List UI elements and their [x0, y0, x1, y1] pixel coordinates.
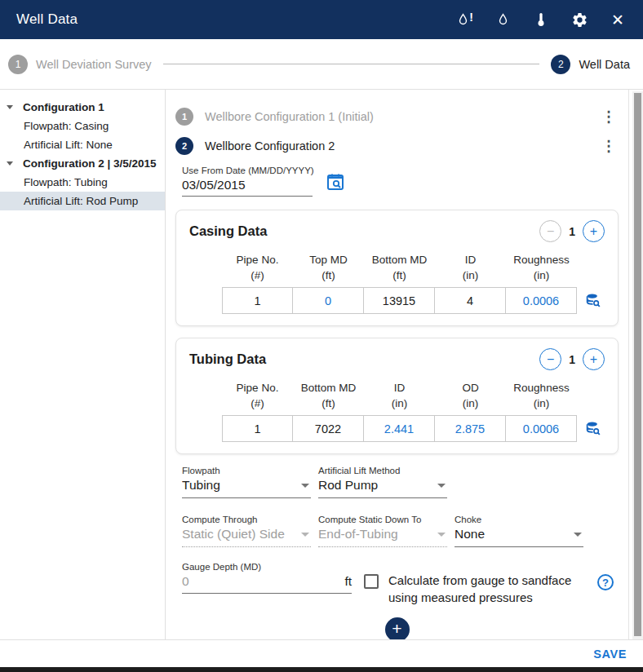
artificial-lift-method-select[interactable]: Artificial Lift Method Rod Pump [318, 466, 447, 498]
tree-item-artificial-lift-rod-pump[interactable]: Artificial Lift: Rod Pump [0, 192, 165, 210]
chevron-down-icon [301, 484, 309, 488]
wellbore-configuration-2-row[interactable]: 2 Wellbore Configuration 2 ⋮ [175, 131, 619, 161]
add-configuration-button[interactable]: + [385, 617, 410, 639]
tree-item-label: Flowpath: Tubing [24, 176, 108, 188]
step-1-label: Well Deviation Survey [36, 58, 152, 71]
pipe-no-cell[interactable]: 1 [222, 287, 293, 314]
casing-table: Pipe No.(#) Top MD(ft) Bottom MD(ft) ID(… [222, 252, 605, 314]
tubing-data-title: Tubing Data [189, 351, 266, 367]
tree-item-configuration-1[interactable]: Configuration 1 [0, 98, 165, 117]
add-tubing-row-button[interactable]: + [583, 348, 605, 370]
database-search-icon[interactable] [585, 420, 602, 437]
add-casing-row-button[interactable]: + [583, 220, 605, 242]
casing-data-title: Casing Data [189, 223, 267, 239]
wellbore-configuration-1-row[interactable]: 1 Wellbore Configuration 1 (Initial) ⋮ [175, 102, 619, 131]
casing-row-count: 1 [569, 225, 575, 238]
droplet-alert-icon[interactable]: ! [454, 9, 475, 30]
dialog-body: Configuration 1 Flowpath: Casing Artific… [0, 90, 643, 639]
tubing-data-card: Tubing Data − 1 + Pipe No.(#) Bottom MD(… [175, 338, 619, 454]
config-2-circle: 2 [175, 137, 193, 155]
flowpath-label: Flowpath [182, 466, 311, 475]
tree-item-flowpath-tubing[interactable]: Flowpath: Tubing [0, 173, 165, 192]
database-search-icon[interactable] [585, 292, 602, 309]
compute-through-value: Static (Quiet) Side [182, 527, 285, 542]
bottom-md-cell[interactable]: 13915 [363, 287, 435, 314]
step-well-deviation-survey[interactable]: 1 Well Deviation Survey [8, 55, 152, 74]
well-data-dialog: Well Data ! ✕ 1 Well Deviation Survey [0, 0, 643, 672]
bottom-md-cell[interactable]: 7022 [292, 415, 364, 442]
id-cell[interactable]: 2.441 [363, 415, 435, 442]
pipe-no-cell[interactable]: 1 [222, 415, 293, 442]
use-from-date-input[interactable]: 03/05/2015 [182, 178, 313, 197]
gauge-depth-input[interactable]: 0 [182, 574, 189, 589]
tubing-row-count: 1 [569, 353, 575, 366]
chevron-down-icon[interactable] [7, 105, 13, 109]
close-icon[interactable]: ✕ [607, 9, 628, 30]
artificial-lift-method-label: Artificial Lift Method [318, 466, 447, 475]
id-cell[interactable]: 4 [434, 287, 506, 314]
calculate-from-gauge-checkbox[interactable] [364, 574, 379, 589]
tree-item-flowpath-casing[interactable]: Flowpath: Casing [0, 117, 165, 135]
chevron-down-icon [301, 533, 309, 537]
choke-select[interactable]: Choke None [455, 515, 583, 547]
wizard-stepper: 1 Well Deviation Survey 2 Well Data [0, 39, 643, 90]
config-2-label: Wellbore Configuration 2 [205, 139, 335, 153]
flowpath-value: Tubing [182, 478, 220, 493]
dialog-footer: SAVE [0, 639, 643, 667]
config-1-label: Wellbore Configuration 1 (Initial) [205, 110, 374, 123]
chevron-down-icon[interactable] [7, 161, 13, 166]
settings-icon[interactable] [569, 9, 590, 30]
step-2-label: Well Data [579, 58, 630, 71]
tree-item-label: Artificial Lift: Rod Pump [24, 195, 138, 207]
stepper-connector [163, 64, 540, 64]
gauge-depth-label: Gauge Depth (MD) [182, 562, 352, 572]
scrollbar-thumb[interactable] [634, 93, 641, 636]
droplet-icon[interactable] [492, 9, 513, 30]
top-md-cell[interactable]: 0 [292, 287, 364, 314]
remove-casing-row-button[interactable]: − [539, 220, 561, 242]
configuration-tree: Configuration 1 Flowpath: Casing Artific… [0, 90, 166, 639]
roughness-cell[interactable]: 0.0006 [505, 415, 577, 442]
form-grid-spacer [455, 466, 583, 498]
tree-item-artificial-lift-none[interactable]: Artificial Lift: None [0, 135, 165, 154]
save-button[interactable]: SAVE [593, 648, 627, 661]
col-header: Roughness(in) [506, 380, 577, 411]
od-cell[interactable]: 2.875 [434, 415, 506, 442]
kebab-menu-icon[interactable]: ⋮ [599, 137, 619, 155]
dialog-header: Well Data ! ✕ [0, 0, 643, 39]
choke-label: Choke [455, 515, 583, 524]
compute-through-select: Compute Through Static (Quiet) Side [182, 515, 311, 547]
vertical-scrollbar[interactable] [632, 91, 643, 639]
chevron-down-icon [437, 533, 446, 537]
choke-value: None [455, 527, 485, 542]
exclaim-glyph: ! [469, 11, 473, 24]
col-header: Pipe No.(#) [222, 380, 293, 411]
flowpath-select[interactable]: Flowpath Tubing [182, 466, 311, 498]
roughness-cell[interactable]: 0.0006 [505, 287, 577, 314]
use-from-date-block: Use From Date (MM/DD/YYYY) 03/05/2015 [182, 166, 619, 197]
col-header: ID(in) [364, 380, 435, 411]
col-header: Pipe No.(#) [222, 252, 293, 283]
col-header: Bottom MD(ft) [364, 252, 435, 283]
kebab-menu-icon[interactable]: ⋮ [599, 108, 619, 126]
tree-item-label: Artificial Lift: None [24, 139, 113, 151]
help-icon[interactable]: ? [597, 574, 614, 590]
col-header: ID(in) [435, 252, 506, 283]
step-well-data[interactable]: 2 Well Data [551, 55, 630, 74]
calendar-search-icon[interactable] [326, 172, 345, 197]
remove-tubing-row-button[interactable]: − [539, 348, 561, 370]
chevron-down-icon [574, 533, 582, 537]
content-edge-divider [628, 90, 629, 639]
thermometer-icon[interactable] [530, 9, 552, 30]
table-row: 1 0 13915 4 0.0006 [222, 287, 605, 314]
main-panel: 1 Wellbore Configuration 1 (Initial) ⋮ 2… [166, 90, 643, 639]
step-2-circle: 2 [551, 55, 570, 74]
tree-item-configuration-2[interactable]: Configuration 2 | 3/5/2015 [0, 154, 165, 173]
main-scroll-area: 1 Wellbore Configuration 1 (Initial) ⋮ 2… [166, 90, 643, 639]
col-header: Roughness(in) [506, 252, 577, 283]
tubing-count-control: − 1 + [539, 348, 605, 370]
compute-through-label: Compute Through [182, 515, 311, 524]
step-1-circle: 1 [8, 55, 28, 74]
compute-static-down-to-label: Compute Static Down To [318, 515, 447, 524]
dialog-title: Well Data [16, 11, 78, 28]
